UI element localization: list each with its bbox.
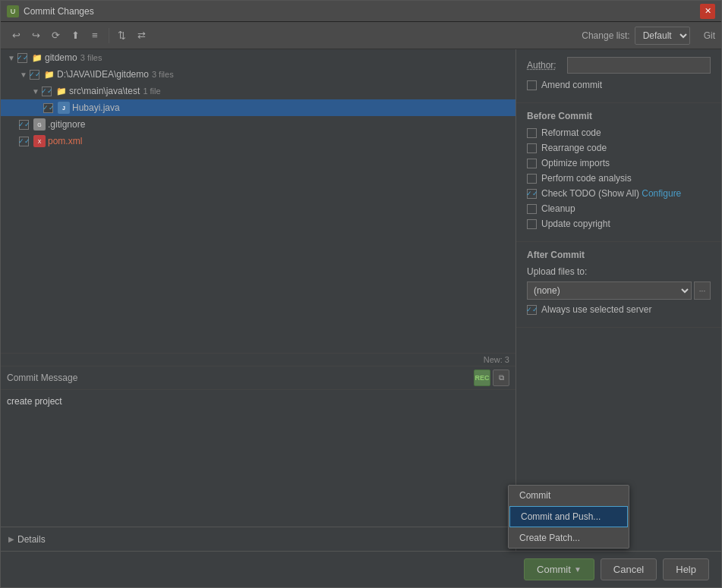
- toolbar-btn-1[interactable]: ↩: [7, 27, 25, 45]
- folder-icon-path1: 📁: [44, 70, 55, 80]
- update-copyright-checkbox[interactable]: [527, 219, 537, 229]
- commit-dropdown-menu: Commit Commit and Push... Create Patch..…: [508, 485, 629, 549]
- filename-gitignore: .gitignore: [48, 119, 85, 130]
- after-commit-title: After Commit: [527, 250, 711, 260]
- toolbar-btn-2[interactable]: ↪: [27, 27, 45, 45]
- before-commit-section: Before Commit Reformat code Rearrange co…: [516, 103, 721, 242]
- dropdown-item-commit-push[interactable]: Commit and Push...: [509, 506, 628, 527]
- analyze-row: Perform code analysis: [527, 173, 711, 184]
- optimize-checkbox[interactable]: [527, 159, 537, 168]
- tree-item-hubayi[interactable]: ✓ J Hubayi.java: [1, 99, 515, 116]
- fileinfo-gitdemo: 3 files: [80, 53, 102, 62]
- after-commit-section: After Commit Upload files to: (none) ···…: [516, 242, 721, 328]
- commit-dropdown-caret[interactable]: ▼: [574, 565, 582, 574]
- toolbar-btn-7[interactable]: ⇄: [132, 27, 150, 45]
- tree-item-gitignore[interactable]: ✓ G .gitignore: [1, 116, 515, 133]
- commit-message-area: Commit Message REC ⧉ create project: [1, 366, 515, 527]
- optimize-label: Optimize imports: [541, 158, 610, 168]
- right-panel: Author: Amend commit Before Commit Refor…: [516, 49, 721, 551]
- cancel-button[interactable]: Cancel: [601, 558, 657, 580]
- rearrange-checkbox[interactable]: [527, 143, 537, 153]
- amend-checkbox[interactable]: [527, 80, 537, 90]
- details-expand-arrow: ▶: [7, 535, 16, 544]
- commit-message-header: Commit Message REC ⧉: [1, 366, 515, 390]
- folder-icon-path2: 📁: [56, 86, 67, 96]
- checkbox-gitignore[interactable]: ✓: [19, 120, 29, 130]
- checkbox-gitdemo[interactable]: ✓: [17, 53, 27, 63]
- tree-item-gitdemo[interactable]: ▼ ✓ 📁 gitdemo 3 files: [1, 49, 515, 66]
- commit-message-input[interactable]: create project: [1, 390, 515, 527]
- upload-files-label: Upload files to:: [527, 266, 711, 277]
- amend-row: Amend commit: [527, 80, 711, 90]
- dropdown-item-commit[interactable]: Commit: [509, 486, 629, 505]
- toolbar-btn-4[interactable]: ⬆: [66, 27, 84, 45]
- reformat-checkbox[interactable]: [527, 128, 537, 138]
- optimize-row: Optimize imports: [527, 158, 711, 168]
- author-label: Author:: [527, 60, 561, 71]
- details-section[interactable]: ▶ Details: [1, 527, 515, 551]
- upload-select[interactable]: (none): [527, 281, 692, 300]
- app-icon: U: [7, 5, 19, 17]
- left-panel: ▼ ✓ 📁 gitdemo 3 files ▼ ✓ 📁 D:\JAVA\IDEA…: [1, 49, 516, 551]
- upload-more-btn[interactable]: ···: [694, 281, 711, 300]
- cleanup-label: Cleanup: [541, 203, 575, 214]
- filename-pom: pom.xml: [48, 136, 82, 146]
- toolbar-right: Change list: Default Git: [582, 27, 715, 45]
- configure-link[interactable]: Configure: [642, 188, 681, 199]
- java-file-icon: J: [58, 102, 70, 114]
- toolbar-btn-3[interactable]: ⟳: [46, 27, 65, 45]
- check-todo-row: ✓ Check TODO (Show All) Configure: [527, 188, 711, 199]
- changelist-select[interactable]: Default: [635, 27, 690, 45]
- author-row: Author:: [527, 57, 711, 74]
- checkbox-hubayi[interactable]: ✓: [43, 103, 53, 113]
- always-use-checkbox[interactable]: ✓: [527, 305, 537, 315]
- commit-button-label: Commit: [537, 564, 571, 575]
- checkbox-pom[interactable]: ✓: [19, 137, 29, 146]
- commit-button[interactable]: Commit ▼: [524, 558, 594, 580]
- cleanup-checkbox[interactable]: [527, 204, 537, 214]
- git-section: Author: Amend commit: [516, 49, 721, 103]
- reformat-row: Reformat code: [527, 127, 711, 138]
- tree-item-pom[interactable]: ✓ X pom.xml: [1, 133, 515, 149]
- new-count: New: 3: [1, 353, 515, 366]
- upload-row: (none) ···: [527, 281, 711, 300]
- tree-item-path1[interactable]: ▼ ✓ 📁 D:\JAVA\IDEA\gitdemo 3 files: [1, 66, 515, 83]
- rec-button[interactable]: REC: [474, 369, 490, 386]
- checkbox-path1[interactable]: ✓: [30, 70, 39, 80]
- bottom-bar: Commit ▼ Cancel Help: [1, 551, 721, 587]
- fileinfo-path2: 1 file: [143, 86, 160, 96]
- rearrange-label: Rearrange code: [541, 143, 607, 153]
- commit-message-label: Commit Message: [7, 373, 471, 383]
- before-commit-title: Before Commit: [527, 111, 711, 121]
- expand-arrow-path1: ▼: [19, 70, 28, 79]
- filename-path1: D:\JAVA\IDEA\gitdemo: [57, 69, 149, 80]
- title-bar: U Commit Changes ✕: [1, 1, 721, 22]
- cleanup-row: Cleanup: [527, 203, 711, 214]
- details-label: Details: [17, 534, 46, 545]
- rearrange-row: Rearrange code: [527, 143, 711, 153]
- dropdown-item-create-patch[interactable]: Create Patch...: [509, 528, 629, 548]
- always-use-label: Always use selected server: [541, 304, 651, 315]
- reformat-label: Reformat code: [541, 127, 601, 138]
- tree-item-path2[interactable]: ▼ ✓ 📁 src\main\java\test 1 file: [1, 83, 515, 99]
- always-use-row: ✓ Always use selected server: [527, 304, 711, 315]
- expand-arrow: ▼: [7, 53, 16, 62]
- filename-path2: src\main\java\test: [69, 86, 140, 96]
- pom-file-icon: X: [33, 135, 46, 147]
- close-button[interactable]: ✕: [700, 4, 715, 19]
- toolbar-btn-5[interactable]: ≡: [86, 27, 104, 45]
- copy-button[interactable]: ⧉: [493, 369, 509, 386]
- file-tree[interactable]: ▼ ✓ 📁 gitdemo 3 files ▼ ✓ 📁 D:\JAVA\IDEA…: [1, 49, 515, 353]
- toolbar-btn-6[interactable]: ⇅: [112, 27, 131, 45]
- check-todo-checkbox[interactable]: ✓: [527, 189, 537, 199]
- author-input[interactable]: [567, 57, 711, 74]
- window-title: Commit Changes: [24, 6, 700, 17]
- folder-icon-gitdemo: 📁: [32, 53, 43, 63]
- help-button[interactable]: Help: [663, 558, 709, 580]
- update-copyright-row: Update copyright: [527, 219, 711, 229]
- filename-hubayi: Hubayi.java: [72, 102, 120, 113]
- checkbox-path2[interactable]: ✓: [42, 86, 52, 96]
- toolbar: ↩ ↪ ⟳ ⬆ ≡ ⇅ ⇄ Change list: Default Git: [1, 22, 721, 49]
- analyze-label: Perform code analysis: [541, 173, 632, 184]
- analyze-checkbox[interactable]: [527, 174, 537, 184]
